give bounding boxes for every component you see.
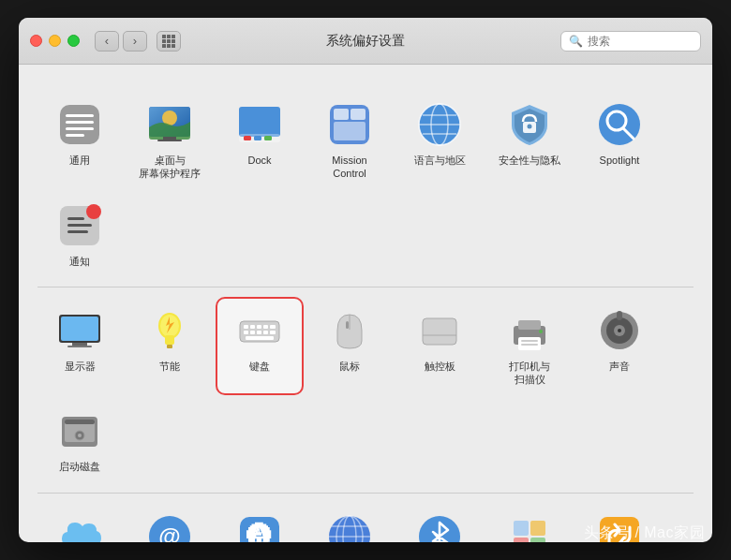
pref-extensions[interactable]: 扩展: [487, 505, 572, 542]
desktop-icon: [145, 100, 194, 149]
extensions-icon: [505, 512, 554, 542]
svg-point-31: [86, 204, 101, 219]
pref-desktop[interactable]: 桌面与屏幕保护程序: [127, 93, 212, 188]
minimize-button[interactable]: [49, 35, 61, 47]
svg-rect-34: [67, 230, 88, 233]
startup-label: 启动磁盘: [59, 460, 100, 473]
svg-rect-8: [163, 137, 176, 140]
svg-rect-58: [346, 321, 349, 329]
printer-label: 打印机与扫描仪: [509, 360, 550, 387]
svg-rect-2: [66, 121, 94, 124]
svg-rect-37: [72, 343, 87, 346]
svg-rect-13: [254, 136, 261, 140]
svg-rect-47: [250, 325, 255, 329]
window-title: 系统偏好设置: [326, 33, 405, 50]
svg-rect-91: [530, 521, 545, 536]
section-personal: 通用: [37, 81, 694, 287]
svg-rect-41: [165, 335, 174, 345]
icloud-icon: [55, 512, 104, 542]
sound-label: 声音: [609, 360, 630, 373]
pref-security[interactable]: 安全性与隐私: [487, 93, 572, 188]
svg-rect-49: [263, 325, 268, 329]
language-label: 语言与地区: [414, 154, 466, 167]
svg-rect-46: [244, 325, 248, 329]
network-icon: [325, 512, 374, 542]
mouse-label: 鼠标: [339, 360, 360, 373]
pref-printer[interactable]: 打印机与扫描仪: [487, 299, 572, 394]
svg-rect-14: [264, 136, 272, 140]
display-label: 显示器: [65, 360, 96, 373]
svg-rect-38: [67, 346, 92, 347]
pref-mouse[interactable]: 鼠标: [307, 299, 392, 394]
grid-view-button[interactable]: [157, 31, 181, 52]
trackpad-icon: [415, 306, 464, 355]
maximize-button[interactable]: [67, 35, 80, 47]
pref-energy[interactable]: 节能: [127, 299, 212, 394]
svg-rect-42: [167, 345, 172, 348]
svg-rect-71: [617, 311, 622, 320]
pref-network[interactable]: 网络: [307, 505, 392, 542]
pref-language[interactable]: 语言与地区: [397, 93, 482, 188]
close-button[interactable]: [30, 35, 42, 47]
spotlight-icon: [595, 100, 644, 149]
search-box[interactable]: 🔍: [560, 31, 701, 52]
display-icon: [55, 306, 104, 355]
svg-rect-62: [518, 320, 541, 330]
preferences-content: 通用: [19, 65, 712, 542]
sound-icon: [595, 306, 644, 355]
bluetooth-icon: [415, 512, 464, 542]
svg-rect-3: [66, 127, 94, 130]
pref-spotlight[interactable]: Spotlight: [577, 93, 662, 188]
pref-trackpad[interactable]: 触控板: [397, 299, 482, 394]
svg-rect-54: [263, 331, 268, 334]
pref-sound[interactable]: 声音: [577, 299, 662, 394]
search-icon: 🔍: [569, 35, 583, 48]
keyboard-label: 键盘: [249, 360, 270, 373]
general-label: 通用: [69, 154, 90, 167]
pref-display[interactable]: 显示器: [37, 299, 122, 394]
trackpad-label: 触控板: [425, 360, 455, 373]
notification-label: 通知: [69, 255, 90, 268]
energy-icon: [145, 306, 194, 355]
pref-appstore[interactable]: 🅐 App Store: [217, 505, 302, 542]
pref-mission[interactable]: MissionControl: [307, 93, 392, 188]
svg-rect-16: [334, 109, 349, 120]
system-preferences-window: ‹ › 系统偏好设置 🔍: [19, 18, 712, 542]
svg-rect-1: [66, 114, 94, 117]
pref-dock[interactable]: Dock: [217, 93, 302, 188]
keyboard-icon: [235, 306, 284, 355]
search-input[interactable]: [588, 35, 693, 48]
pref-internet[interactable]: @ 互联网帐户: [127, 505, 212, 542]
pref-startup[interactable]: 启动磁盘: [37, 399, 122, 480]
svg-rect-33: [67, 224, 92, 227]
pref-bluetooth[interactable]: 蓝牙: [397, 505, 482, 542]
pref-icloud[interactable]: iCloud: [37, 505, 122, 542]
forward-button[interactable]: ›: [123, 31, 147, 52]
security-label: 安全性与隐私: [499, 154, 560, 167]
internet-icon: @: [145, 512, 194, 542]
mouse-icon: [325, 306, 374, 355]
svg-rect-55: [270, 331, 276, 334]
mission-icon: [325, 100, 374, 149]
language-icon: [415, 100, 464, 149]
svg-point-76: [78, 434, 82, 437]
desktop-label: 桌面与屏幕保护程序: [139, 154, 201, 181]
svg-rect-17: [351, 109, 366, 120]
svg-point-26: [528, 125, 532, 129]
mission-label: MissionControl: [332, 154, 366, 181]
svg-rect-4: [66, 134, 84, 137]
pref-notification[interactable]: 通知: [37, 194, 122, 275]
svg-rect-9: [157, 140, 182, 141]
svg-rect-50: [270, 325, 276, 329]
back-button[interactable]: ‹: [95, 31, 119, 52]
energy-label: 节能: [159, 360, 180, 373]
svg-rect-93: [530, 538, 545, 542]
svg-rect-48: [257, 325, 261, 329]
svg-rect-0: [60, 105, 99, 144]
section-hardware: 显示器 节能: [37, 287, 694, 493]
svg-text:@: @: [158, 523, 180, 542]
svg-rect-59: [423, 318, 456, 345]
pref-general[interactable]: 通用: [37, 93, 122, 188]
pref-keyboard[interactable]: 键盘: [217, 299, 302, 394]
svg-rect-53: [257, 331, 261, 334]
